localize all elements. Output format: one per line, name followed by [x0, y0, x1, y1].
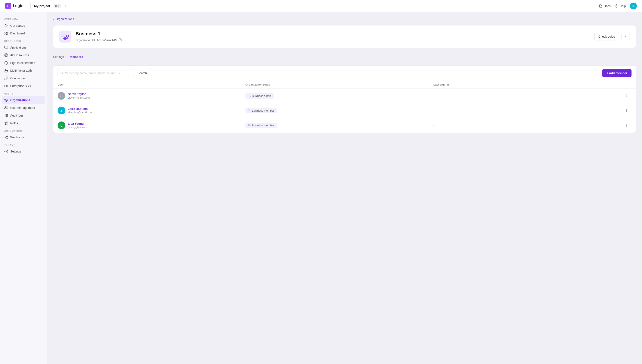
user-avatar[interactable]: N — [630, 2, 637, 10]
sidebar-item-user-management[interactable]: User management — [0, 104, 47, 112]
org-id-label: Organization ID — [76, 38, 95, 42]
members-card: Search + Add member User Organization ro… — [53, 66, 636, 133]
svg-point-43 — [626, 94, 627, 95]
sidebar-item-audit-logs[interactable]: Audit logs — [0, 112, 47, 119]
add-member-button[interactable]: + Add member — [602, 69, 631, 77]
sidebar-label-multi-factor-auth: Multi-factor auth — [10, 69, 32, 72]
svg-rect-4 — [7, 32, 8, 33]
breadcrumb-back-arrow: ‹ — [53, 17, 54, 21]
search-input[interactable] — [65, 72, 128, 75]
logo-text: Logto — [13, 4, 24, 8]
table-row: L Lisa Young lyoung@aol.com Business mem… — [53, 118, 636, 132]
sidebar-label-applications: Applications — [10, 46, 27, 49]
col-actions — [621, 83, 631, 86]
settings-icon — [4, 150, 8, 153]
sidebar-item-webhooks[interactable]: Webhooks — [0, 134, 47, 141]
svg-rect-12 — [5, 70, 8, 72]
webhooks-icon — [4, 136, 8, 139]
sidebar-section-users: USERS — [0, 90, 47, 96]
org-name: Business 1 — [76, 31, 590, 36]
sidebar-item-settings[interactable]: Settings — [0, 148, 47, 155]
sidebar-section-automation: AUTOMATION — [0, 127, 47, 134]
svg-point-53 — [626, 126, 627, 126]
sidebar-item-multi-factor-auth[interactable]: Multi-factor auth — [0, 67, 47, 74]
user-info: Sarah Taylor staylor@gmail.com — [68, 92, 90, 99]
sidebar-item-dashboard[interactable]: Dashboard — [0, 30, 47, 37]
topbar: L Logto My project Dev ▾ Docs Help N — [0, 0, 642, 12]
svg-point-48 — [626, 110, 627, 111]
row-more-button[interactable] — [621, 124, 631, 127]
svg-point-44 — [626, 96, 627, 96]
svg-marker-2 — [5, 24, 8, 27]
logo-icon: L — [5, 3, 11, 9]
user-management-icon — [4, 106, 8, 110]
layout: OVERVIEW Get started Dashboard RESOURCES… — [0, 12, 642, 364]
role-cell: Business member — [245, 108, 433, 113]
sidebar-label-get-started: Get started — [10, 24, 25, 27]
user-email: staylor@gmail.com — [68, 96, 90, 99]
org-more-options-button[interactable] — [621, 33, 630, 40]
copy-org-id-button[interactable] — [118, 38, 122, 42]
org-header-card: Business 1 Organization ID fcsho5mucld9 … — [53, 25, 636, 48]
tab-settings[interactable]: Settings — [53, 53, 64, 61]
last-signin: - — [433, 124, 621, 127]
sidebar: OVERVIEW Get started Dashboard RESOURCES… — [0, 12, 47, 364]
sidebar-item-roles[interactable]: Roles — [0, 119, 47, 127]
check-guide-button[interactable]: Check guide — [594, 33, 619, 40]
sidebar-label-audit-logs: Audit logs — [10, 114, 23, 117]
sidebar-label-user-management: User management — [10, 106, 35, 110]
search-input-icon — [60, 72, 63, 75]
sidebar-item-applications[interactable]: Applications — [0, 44, 47, 51]
enterprise-sso-icon — [4, 84, 8, 88]
sidebar-item-get-started[interactable]: Get started — [0, 22, 47, 30]
svg-point-39 — [626, 36, 626, 37]
help-button[interactable]: Help — [615, 4, 626, 8]
row-more-button[interactable] — [621, 109, 631, 112]
col-user: User — [58, 83, 245, 86]
svg-point-52 — [626, 125, 627, 126]
row-more-button[interactable] — [621, 94, 631, 98]
sidebar-section-overview: OVERVIEW — [0, 16, 47, 22]
tab-members[interactable]: Members — [70, 53, 83, 61]
svg-point-49 — [626, 111, 627, 112]
get-started-icon — [4, 24, 8, 28]
role-badge: Business member — [245, 108, 277, 113]
breadcrumb[interactable]: ‹ Organizations — [53, 17, 636, 21]
sidebar-label-dashboard: Dashboard — [10, 32, 25, 35]
svg-rect-36 — [120, 39, 122, 41]
svg-point-46 — [249, 109, 250, 110]
svg-point-50 — [249, 124, 250, 125]
svg-point-13 — [6, 86, 7, 86]
col-org-roles: Organization roles — [245, 83, 433, 86]
connectors-icon — [4, 76, 8, 80]
applications-icon — [4, 46, 8, 50]
svg-rect-6 — [5, 34, 6, 35]
sidebar-item-organizations[interactable]: Organizations — [2, 96, 45, 104]
docs-button[interactable]: Docs — [599, 4, 610, 8]
last-signin: - — [433, 94, 621, 98]
sidebar-item-connectors[interactable]: Connectors — [0, 74, 47, 82]
table-header: User Organization roles Last sign-in — [53, 81, 636, 88]
search-button[interactable]: Search — [133, 69, 151, 77]
table-row: Z Zaire Baptista zbaptista@gmail.com Bus… — [53, 103, 636, 118]
org-info: Business 1 Organization ID fcsho5mucld9 — [76, 31, 590, 42]
sidebar-item-sign-in-experience[interactable]: Sign-in experience — [0, 59, 47, 67]
role-cell: Business admin — [245, 93, 433, 98]
role-badge-icon — [248, 124, 251, 127]
dashboard-icon — [4, 32, 8, 35]
org-actions: Check guide — [594, 33, 630, 40]
svg-rect-7 — [5, 46, 8, 48]
sidebar-label-connectors: Connectors — [10, 76, 26, 80]
svg-rect-29 — [62, 35, 64, 37]
sidebar-item-api-resources[interactable]: API resources — [0, 51, 47, 59]
user-info: Lisa Young lyoung@aol.com — [68, 122, 87, 129]
svg-point-47 — [626, 109, 627, 110]
user-avatar: S — [58, 92, 65, 100]
user-email: lyoung@aol.com — [68, 126, 87, 129]
org-id-value: fcsho5mucld9 — [97, 38, 117, 42]
search-input-wrap — [58, 69, 130, 77]
sidebar-item-enterprise-sso[interactable]: Enterprise SSO — [0, 82, 47, 90]
svg-point-51 — [626, 124, 627, 125]
user-cell: Z Zaire Baptista zbaptista@gmail.com — [58, 107, 245, 114]
project-dropdown-chevron[interactable]: ▾ — [65, 4, 66, 8]
